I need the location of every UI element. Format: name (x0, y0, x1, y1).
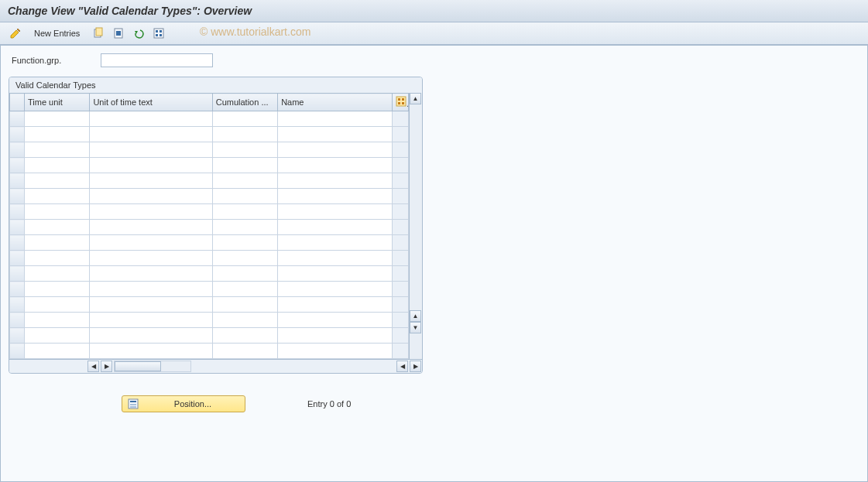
table-cell[interactable] (24, 266, 89, 282)
position-button[interactable]: Position... (122, 395, 245, 412)
table-cell[interactable] (278, 127, 393, 142)
scroll-left-end-button[interactable]: ◀ (396, 361, 408, 372)
table-cell[interactable] (24, 282, 89, 297)
row-selector[interactable] (10, 344, 25, 359)
table-cell[interactable] (212, 142, 277, 158)
table-cell[interactable] (90, 266, 212, 282)
table-cell[interactable] (278, 111, 393, 127)
table-cell[interactable] (212, 297, 277, 313)
table-cell[interactable] (212, 282, 277, 297)
table-config-button[interactable] (392, 94, 408, 111)
table-cell[interactable] (278, 142, 393, 158)
col-header-unittext[interactable]: Unit of time text (90, 94, 212, 111)
table-cell[interactable] (212, 173, 277, 189)
table-cell[interactable] (24, 158, 89, 173)
table-cell[interactable] (90, 297, 212, 313)
table-cell[interactable] (278, 173, 393, 189)
row-selector[interactable] (10, 328, 25, 344)
table-cell[interactable] (90, 142, 212, 158)
row-selector[interactable] (10, 313, 25, 328)
row-selector[interactable] (10, 235, 25, 251)
table-cell[interactable] (90, 328, 212, 344)
table-cell[interactable] (90, 158, 212, 173)
table-cell[interactable] (24, 111, 89, 127)
table-cell[interactable] (278, 189, 393, 204)
scroll-up-button[interactable]: ▲ (410, 93, 421, 104)
table-cell[interactable] (212, 158, 277, 173)
new-entries-button[interactable]: New Entries (28, 27, 86, 39)
table-cell[interactable] (278, 313, 393, 328)
table-cell[interactable] (278, 204, 393, 220)
scroll-right-step-button[interactable]: ▶ (101, 361, 112, 372)
undo-icon[interactable] (131, 26, 146, 41)
table-cell[interactable] (278, 282, 393, 297)
row-selector[interactable] (10, 111, 25, 127)
table-cell[interactable] (212, 235, 277, 251)
table-cell[interactable] (24, 189, 89, 204)
table-cell[interactable] (90, 282, 212, 297)
table-cell[interactable] (90, 220, 212, 235)
scroll-up-small-button[interactable]: ▲ (410, 310, 421, 322)
row-selector[interactable] (10, 282, 25, 297)
table-cell[interactable] (278, 344, 393, 359)
table-cell[interactable] (90, 251, 212, 266)
table-cell[interactable] (212, 313, 277, 328)
table-cell[interactable] (90, 204, 212, 220)
row-selector[interactable] (10, 266, 25, 282)
hscroll-track[interactable] (114, 361, 191, 372)
table-cell[interactable] (24, 220, 89, 235)
table-cell[interactable] (278, 220, 393, 235)
scroll-down-button[interactable]: ▼ (410, 322, 421, 333)
table-cell[interactable] (90, 189, 212, 204)
table-cell[interactable] (212, 266, 277, 282)
table-cell[interactable] (212, 344, 277, 359)
table-cell[interactable] (90, 344, 212, 359)
col-header-timeunit[interactable]: Time unit (24, 94, 89, 111)
row-selector[interactable] (10, 251, 25, 266)
table-cell[interactable] (24, 328, 89, 344)
table-cell[interactable] (24, 142, 89, 158)
table-cell[interactable] (278, 158, 393, 173)
table-cell[interactable] (90, 173, 212, 189)
col-header-cumulation[interactable]: Cumulation ... (212, 94, 277, 111)
row-selector[interactable] (10, 127, 25, 142)
row-selector[interactable] (10, 220, 25, 235)
table-cell[interactable] (24, 235, 89, 251)
table-cell[interactable] (24, 173, 89, 189)
row-selector[interactable] (10, 189, 25, 204)
table-cell[interactable] (212, 127, 277, 142)
table-cell[interactable] (278, 235, 393, 251)
scroll-right-button[interactable]: ▶ (410, 361, 421, 372)
scroll-left-button[interactable]: ◀ (87, 361, 99, 372)
table-cell[interactable] (212, 220, 277, 235)
table-cell[interactable] (90, 127, 212, 142)
table-cell[interactable] (278, 328, 393, 344)
row-selector[interactable] (10, 142, 25, 158)
delete-icon[interactable] (111, 26, 126, 41)
table-cell[interactable] (24, 297, 89, 313)
copy-icon[interactable] (91, 26, 106, 41)
table-cell[interactable] (90, 313, 212, 328)
col-header-name[interactable]: Name (278, 94, 393, 111)
table-cell[interactable] (212, 189, 277, 204)
row-selector[interactable] (10, 204, 25, 220)
table-cell[interactable] (278, 251, 393, 266)
row-selector[interactable] (10, 173, 25, 189)
pencil-icon[interactable] (8, 26, 23, 41)
vertical-scrollbar[interactable]: ▲ ▲ ▼ (409, 93, 422, 359)
table-cell[interactable] (278, 297, 393, 313)
select-all-icon[interactable] (151, 26, 166, 41)
table-cell[interactable] (90, 235, 212, 251)
table-cell[interactable] (90, 111, 212, 127)
hscroll-thumb[interactable] (115, 361, 161, 371)
table-cell[interactable] (212, 111, 277, 127)
table-cell[interactable] (24, 251, 89, 266)
row-selector[interactable] (10, 158, 25, 173)
table-cell[interactable] (24, 344, 89, 359)
row-selector[interactable] (10, 297, 25, 313)
table-cell[interactable] (24, 204, 89, 220)
table-cell[interactable] (24, 127, 89, 142)
table-cell[interactable] (212, 204, 277, 220)
function-grp-input[interactable] (101, 53, 213, 67)
table-cell[interactable] (212, 328, 277, 344)
